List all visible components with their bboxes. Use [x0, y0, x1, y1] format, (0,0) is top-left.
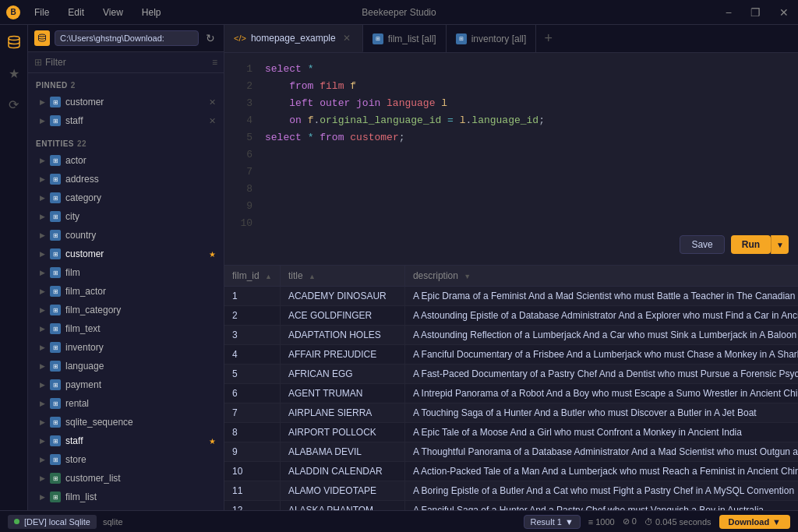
entity-film-text[interactable]: ▶ ⊞ film_text	[28, 319, 224, 338]
entity-film[interactable]: ▶ ⊞ film	[28, 263, 224, 282]
download-dropdown-icon: ▼	[772, 517, 781, 527]
table-row: 11 ALAMO VIDEOTAPE A Boring Epistle of a…	[224, 481, 798, 501]
menu-view[interactable]: View	[98, 5, 128, 19]
col-film-id[interactable]: film_id ▲	[224, 266, 280, 287]
run-dropdown-button[interactable]: ▼	[771, 235, 789, 254]
window-controls: − ❐ ✕	[722, 5, 792, 20]
cell-description: A Touching Saga of a Hunter And a Butler…	[404, 403, 798, 423]
content-area: </> homepage_example ✕ ⊞ film_list [all]…	[224, 25, 798, 510]
connection-status[interactable]: [DEV] local Sqlite	[8, 515, 97, 529]
entity-sqlite-sequence[interactable]: ▶ ⊞ sqlite_sequence	[28, 413, 224, 432]
line-code: select * from customer;	[265, 129, 405, 146]
menu-edit[interactable]: Edit	[63, 5, 89, 19]
entity-language[interactable]: ▶ ⊞ language	[28, 357, 224, 375]
entity-store[interactable]: ▶ ⊞ store	[28, 450, 224, 469]
tab-inventory[interactable]: ⊞ inventory [all]	[447, 25, 537, 52]
rows-count: ≡ 1000	[588, 517, 615, 527]
chevron-icon: ▶	[37, 455, 47, 464]
table-icon: ⊞	[50, 491, 61, 502]
chevron-icon: ▶	[37, 305, 47, 315]
pinned-section-header: PINNED 2	[28, 78, 224, 93]
status-left: [DEV] local Sqlite sqlite	[8, 515, 123, 529]
add-tab-button[interactable]: +	[536, 30, 560, 47]
refresh-button[interactable]: ↻	[203, 30, 217, 47]
entity-payment[interactable]: ▶ ⊞ payment	[28, 375, 224, 394]
sidebar-item-label: customer_list	[65, 473, 216, 484]
pinned-item-staff[interactable]: ▶ ⊞ staff ✕	[28, 111, 224, 130]
query-time: ⏱ 0.045 seconds	[644, 517, 711, 527]
chevron-icon: ▶	[37, 417, 47, 427]
tab-close-button[interactable]: ✕	[341, 32, 353, 44]
entity-category[interactable]: ▶ ⊞ category	[28, 188, 224, 207]
cell-title: ALASKA PHANTOM	[280, 501, 404, 511]
line-number: 9	[237, 198, 252, 215]
run-button[interactable]: Run	[731, 235, 771, 254]
entity-inventory[interactable]: ▶ ⊞ inventory	[28, 338, 224, 357]
chevron-icon: ▶	[37, 249, 47, 259]
editor-line-4: 4 on f.original_language_id = l.language…	[237, 112, 786, 129]
entity-rental[interactable]: ▶ ⊞ rental	[28, 394, 224, 413]
table-icon: ⊞	[50, 211, 61, 222]
entity-film-actor[interactable]: ▶ ⊞ film_actor	[28, 282, 224, 301]
save-button[interactable]: Save	[680, 235, 724, 254]
col-title[interactable]: title ▲	[280, 266, 404, 287]
remove-pin-icon[interactable]: ✕	[209, 97, 216, 107]
sidebar-content: PINNED 2 ▶ ⊞ customer ✕ ▶ ⊞ staff ✕ ENTI…	[28, 73, 224, 510]
nav-db-icon[interactable]	[3, 31, 25, 53]
entity-customer[interactable]: ▶ ⊞ customer ★	[28, 245, 224, 263]
col-description[interactable]: description ▼	[404, 266, 798, 287]
chevron-icon: ▶	[37, 399, 47, 408]
sidebar-item-label: category	[65, 192, 216, 203]
cell-title: AFRICAN EGG	[280, 365, 404, 384]
sidebar-item-label: film_actor	[65, 286, 216, 297]
entity-film-category[interactable]: ▶ ⊞ film_category	[28, 301, 224, 319]
tab-homepage-example[interactable]: </> homepage_example ✕	[224, 25, 363, 52]
entity-address[interactable]: ▶ ⊞ address	[28, 170, 224, 188]
editor-line-9: 9	[237, 198, 786, 215]
close-button[interactable]: ✕	[776, 5, 792, 20]
download-button[interactable]: Download ▼	[719, 515, 790, 529]
entity-staff[interactable]: ▶ ⊞ staff ★	[28, 432, 224, 450]
connection-selector[interactable]: C:\Users\ghstng\Download:	[55, 30, 199, 46]
entity-city[interactable]: ▶ ⊞ city	[28, 207, 224, 226]
app-title: Beekeeper Studio	[362, 7, 436, 18]
main-layout: ★ ⟳ C:\Users\ghstng\Download: ↻ ⊞ ≡	[0, 25, 798, 510]
nav-history-icon[interactable]: ⟳	[3, 93, 25, 115]
entity-actor[interactable]: ▶ ⊞ actor	[28, 151, 224, 170]
cell-description: A Thoughtful Panorama of a Database Admi…	[404, 442, 798, 462]
menu-help[interactable]: Help	[137, 5, 166, 19]
minimize-button[interactable]: −	[722, 5, 735, 20]
entity-customer-list[interactable]: ▶ ⊞ customer_list	[28, 469, 224, 488]
cell-title: AIRPLANE SIERRA	[280, 403, 404, 423]
editor-line-8: 8	[237, 181, 786, 198]
filter-icon: ⊞	[34, 57, 42, 68]
cell-description: A Intrepid Panorama of a Robot And a Boy…	[404, 384, 798, 403]
tab-film-list[interactable]: ⊞ film_list [all]	[363, 25, 447, 52]
sidebar-item-label: inventory	[65, 342, 216, 353]
maximize-button[interactable]: ❐	[747, 5, 764, 20]
entity-film-list[interactable]: ▶ ⊞ film_list	[28, 488, 224, 506]
editor-line-2: 2 from film f	[237, 78, 786, 95]
cell-film-id: 8	[224, 423, 280, 442]
table-icon: ⊞	[50, 379, 61, 390]
editor-area: 1 select * 2 from film f 3 left outer jo…	[224, 53, 798, 266]
pinned-item-customer[interactable]: ▶ ⊞ customer ✕	[28, 93, 224, 111]
nav-star-icon[interactable]: ★	[3, 62, 25, 84]
filter-input[interactable]	[45, 57, 209, 68]
sidebar-item-label: city	[65, 211, 216, 222]
table-tab-icon: ⊞	[373, 33, 383, 44]
editor-line-10: 10	[237, 215, 786, 232]
filter-options-icon[interactable]: ≡	[212, 57, 217, 68]
entity-country[interactable]: ▶ ⊞ country	[28, 226, 224, 245]
editor-content[interactable]: 1 select * 2 from film f 3 left outer jo…	[224, 61, 798, 232]
db-type: sqlite	[103, 517, 123, 527]
connection-name: [DEV] local Sqlite	[24, 517, 90, 527]
cell-title: ACADEMY DINOSAUR	[280, 287, 404, 306]
chevron-icon: ▶	[37, 324, 47, 333]
sidebar-item-label: payment	[65, 379, 216, 390]
sidebar-item-label: store	[65, 454, 216, 465]
remove-pin-icon[interactable]: ✕	[209, 116, 216, 126]
menu-file[interactable]: File	[30, 5, 54, 19]
cell-film-id: 1	[224, 287, 280, 306]
result-selector[interactable]: Result 1 ▼	[524, 515, 581, 529]
